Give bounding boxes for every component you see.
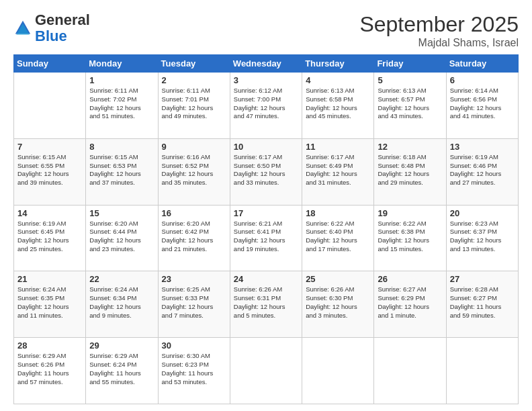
calendar-cell: 5Sunrise: 6:13 AM Sunset: 6:57 PM Daylig…: [374, 73, 446, 139]
day-info: Sunrise: 6:11 AM Sunset: 7:02 PM Dayligh…: [89, 87, 154, 121]
calendar-cell: 16Sunrise: 6:20 AM Sunset: 6:42 PM Dayli…: [158, 205, 230, 271]
day-info: Sunrise: 6:12 AM Sunset: 7:00 PM Dayligh…: [234, 87, 298, 121]
day-info: Sunrise: 6:20 AM Sunset: 6:44 PM Dayligh…: [89, 220, 154, 254]
day-number: 6: [450, 75, 515, 85]
calendar-cell: 8Sunrise: 6:15 AM Sunset: 6:53 PM Daylig…: [86, 138, 158, 205]
calendar-cell: 17Sunrise: 6:21 AM Sunset: 6:41 PM Dayli…: [230, 205, 302, 271]
day-number: 25: [306, 274, 370, 284]
day-info: Sunrise: 6:18 AM Sunset: 6:48 PM Dayligh…: [378, 153, 442, 187]
calendar-cell: [14, 73, 86, 139]
logo-general-text: General: [35, 11, 90, 28]
calendar-cell: 27Sunrise: 6:28 AM Sunset: 6:27 PM Dayli…: [446, 271, 518, 338]
calendar-cell: 12Sunrise: 6:18 AM Sunset: 6:48 PM Dayli…: [374, 138, 446, 205]
calendar-cell: 22Sunrise: 6:24 AM Sunset: 6:34 PM Dayli…: [86, 271, 158, 338]
day-info: Sunrise: 6:26 AM Sunset: 6:31 PM Dayligh…: [234, 285, 298, 320]
day-info: Sunrise: 6:24 AM Sunset: 6:35 PM Dayligh…: [17, 285, 82, 320]
calendar-week-2: 7Sunrise: 6:15 AM Sunset: 6:55 PM Daylig…: [14, 138, 519, 205]
col-sunday: Sunday: [14, 55, 86, 73]
calendar-cell: 24Sunrise: 6:26 AM Sunset: 6:31 PM Dayli…: [230, 271, 302, 338]
day-number: 16: [162, 208, 226, 218]
calendar-cell: [302, 338, 374, 404]
day-info: Sunrise: 6:21 AM Sunset: 6:41 PM Dayligh…: [234, 220, 298, 254]
calendar-header-row: Sunday Monday Tuesday Wednesday Thursday…: [14, 55, 519, 73]
title-block: September 2025 Majdal Shams, Israel: [359, 12, 519, 49]
day-number: 15: [89, 208, 154, 218]
logo: General Blue: [13, 12, 90, 44]
day-info: Sunrise: 6:16 AM Sunset: 6:52 PM Dayligh…: [162, 153, 226, 187]
day-info: Sunrise: 6:30 AM Sunset: 6:23 PM Dayligh…: [162, 352, 226, 386]
calendar-cell: 25Sunrise: 6:26 AM Sunset: 6:30 PM Dayli…: [302, 271, 374, 338]
day-number: 29: [89, 340, 154, 351]
day-info: Sunrise: 6:25 AM Sunset: 6:33 PM Dayligh…: [162, 285, 226, 320]
calendar-cell: [446, 338, 518, 404]
calendar-cell: 6Sunrise: 6:14 AM Sunset: 6:56 PM Daylig…: [446, 73, 518, 139]
day-info: Sunrise: 6:13 AM Sunset: 6:58 PM Dayligh…: [306, 87, 370, 121]
calendar-cell: 30Sunrise: 6:30 AM Sunset: 6:23 PM Dayli…: [158, 338, 230, 404]
calendar-cell: 3Sunrise: 6:12 AM Sunset: 7:00 PM Daylig…: [230, 73, 302, 139]
day-info: Sunrise: 6:19 AM Sunset: 6:45 PM Dayligh…: [17, 220, 82, 254]
location: Majdal Shams, Israel: [359, 37, 519, 49]
calendar-cell: 15Sunrise: 6:20 AM Sunset: 6:44 PM Dayli…: [86, 205, 158, 271]
day-info: Sunrise: 6:19 AM Sunset: 6:46 PM Dayligh…: [450, 153, 515, 187]
col-tuesday: Tuesday: [158, 55, 230, 73]
day-number: 10: [234, 142, 298, 152]
day-number: 18: [306, 208, 370, 218]
calendar-week-3: 14Sunrise: 6:19 AM Sunset: 6:45 PM Dayli…: [14, 205, 519, 271]
day-info: Sunrise: 6:29 AM Sunset: 6:24 PM Dayligh…: [89, 352, 154, 386]
day-number: 17: [234, 208, 298, 218]
day-number: 3: [234, 75, 298, 85]
day-info: Sunrise: 6:22 AM Sunset: 6:38 PM Dayligh…: [378, 220, 442, 254]
day-number: 8: [89, 142, 154, 152]
day-info: Sunrise: 6:15 AM Sunset: 6:53 PM Dayligh…: [89, 153, 154, 187]
day-info: Sunrise: 6:20 AM Sunset: 6:42 PM Dayligh…: [162, 220, 226, 254]
day-info: Sunrise: 6:17 AM Sunset: 6:49 PM Dayligh…: [306, 153, 370, 187]
logo-icon: [13, 19, 32, 38]
calendar-cell: 26Sunrise: 6:27 AM Sunset: 6:29 PM Dayli…: [374, 271, 446, 338]
day-number: 9: [162, 142, 226, 152]
day-number: 21: [17, 274, 82, 284]
calendar-cell: 4Sunrise: 6:13 AM Sunset: 6:58 PM Daylig…: [302, 73, 374, 139]
day-info: Sunrise: 6:27 AM Sunset: 6:29 PM Dayligh…: [378, 285, 442, 320]
day-number: 24: [234, 274, 298, 284]
col-monday: Monday: [86, 55, 158, 73]
logo-text: General Blue: [35, 12, 90, 44]
day-number: 27: [450, 274, 515, 284]
calendar-table: Sunday Monday Tuesday Wednesday Thursday…: [13, 54, 519, 404]
calendar-cell: [374, 338, 446, 404]
calendar-cell: [230, 338, 302, 404]
calendar-cell: 14Sunrise: 6:19 AM Sunset: 6:45 PM Dayli…: [14, 205, 86, 271]
calendar-cell: 11Sunrise: 6:17 AM Sunset: 6:49 PM Dayli…: [302, 138, 374, 205]
day-number: 4: [306, 75, 370, 85]
calendar-cell: 10Sunrise: 6:17 AM Sunset: 6:50 PM Dayli…: [230, 138, 302, 205]
day-number: 30: [162, 340, 226, 351]
page: General Blue September 2025 Majdal Shams…: [0, 0, 532, 411]
calendar-cell: 9Sunrise: 6:16 AM Sunset: 6:52 PM Daylig…: [158, 138, 230, 205]
day-info: Sunrise: 6:15 AM Sunset: 6:55 PM Dayligh…: [17, 153, 82, 187]
logo-blue-text: Blue: [35, 28, 67, 44]
calendar-cell: 1Sunrise: 6:11 AM Sunset: 7:02 PM Daylig…: [86, 73, 158, 139]
day-number: 5: [378, 75, 442, 85]
day-number: 26: [378, 274, 442, 284]
calendar-cell: 28Sunrise: 6:29 AM Sunset: 6:26 PM Dayli…: [14, 338, 86, 404]
day-number: 19: [378, 208, 442, 218]
header: General Blue September 2025 Majdal Shams…: [13, 12, 519, 49]
day-info: Sunrise: 6:22 AM Sunset: 6:40 PM Dayligh…: [306, 220, 370, 254]
day-number: 2: [162, 75, 226, 85]
calendar-week-5: 28Sunrise: 6:29 AM Sunset: 6:26 PM Dayli…: [14, 338, 519, 404]
day-info: Sunrise: 6:23 AM Sunset: 6:37 PM Dayligh…: [450, 220, 515, 254]
calendar-cell: 7Sunrise: 6:15 AM Sunset: 6:55 PM Daylig…: [14, 138, 86, 205]
col-saturday: Saturday: [446, 55, 518, 73]
day-info: Sunrise: 6:14 AM Sunset: 6:56 PM Dayligh…: [450, 87, 515, 121]
calendar-cell: 29Sunrise: 6:29 AM Sunset: 6:24 PM Dayli…: [86, 338, 158, 404]
calendar-cell: 21Sunrise: 6:24 AM Sunset: 6:35 PM Dayli…: [14, 271, 86, 338]
day-number: 13: [450, 142, 515, 152]
calendar-cell: 13Sunrise: 6:19 AM Sunset: 6:46 PM Dayli…: [446, 138, 518, 205]
day-number: 14: [17, 208, 82, 218]
calendar-cell: 20Sunrise: 6:23 AM Sunset: 6:37 PM Dayli…: [446, 205, 518, 271]
day-number: 22: [89, 274, 154, 284]
day-number: 20: [450, 208, 515, 218]
day-number: 23: [162, 274, 226, 284]
col-thursday: Thursday: [302, 55, 374, 73]
day-info: Sunrise: 6:24 AM Sunset: 6:34 PM Dayligh…: [89, 285, 154, 320]
day-info: Sunrise: 6:11 AM Sunset: 7:01 PM Dayligh…: [162, 87, 226, 121]
